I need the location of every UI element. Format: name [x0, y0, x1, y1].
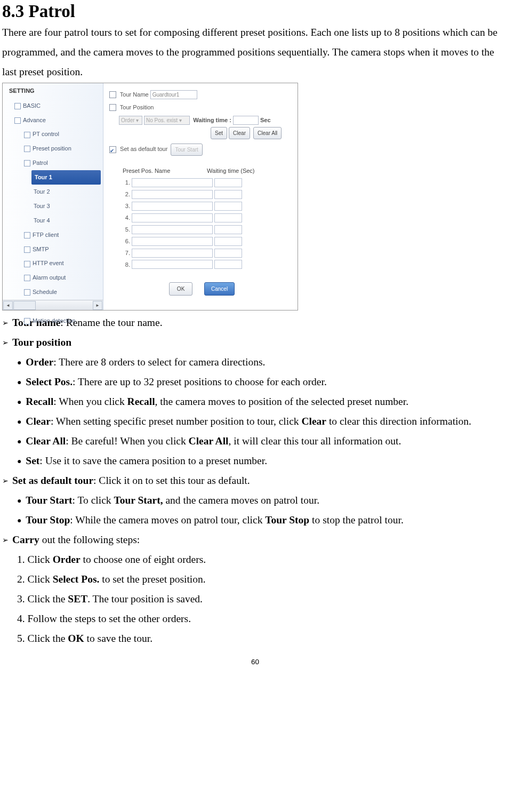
sidebar-item[interactable]: HTTP event — [3, 256, 103, 270]
scroll-left-arrow[interactable]: ◄ — [3, 301, 13, 310]
waiting-time-cell[interactable] — [214, 249, 242, 258]
sidebar-item[interactable]: Alarm output — [3, 270, 103, 285]
sidebar-item-label: BASIC — [23, 102, 41, 109]
folder-icon — [24, 275, 30, 281]
sidebar-item-label: Tour 3 — [34, 203, 50, 209]
tour-name-input[interactable]: Guardtour1 — [150, 90, 197, 99]
table-row: 1. — [123, 177, 294, 188]
default-tour-label: Set as default tour — [120, 146, 167, 153]
section-heading: 8.3 Patrol — [2, 1, 506, 22]
sidebar-item-label: Schedule — [33, 289, 57, 295]
sidebar-item[interactable]: BASIC — [3, 99, 103, 113]
settings-sidebar: SETTING BASICAdvancePT controlPreset pos… — [3, 83, 103, 310]
sidebar-item[interactable]: Tour 1 — [31, 170, 101, 185]
settings-form: Tour Name Guardtour1 Tour Position Order… — [109, 87, 294, 298]
preset-name-cell[interactable] — [132, 225, 213, 234]
folder-icon — [24, 246, 30, 253]
ok-button[interactable]: OK — [169, 282, 192, 296]
preset-name-cell[interactable] — [132, 202, 213, 211]
sidebar-item[interactable]: Tour 4 — [3, 213, 103, 228]
table-row: 2. — [123, 189, 294, 200]
tour-name-checkbox[interactable] — [109, 91, 116, 98]
preset-table: Preset Pos. Name Waiting time (Sec) 1.2.… — [123, 165, 294, 270]
sidebar-item-label: Advance — [23, 117, 46, 123]
tour-name-label: Tour Name — [120, 91, 149, 98]
waiting-time-cell[interactable] — [214, 260, 242, 269]
sidebar-item-label: Tour 1 — [35, 174, 52, 180]
sec-label: Sec — [260, 117, 271, 123]
waiting-time-cell[interactable] — [214, 225, 242, 234]
row-number: 8. — [123, 259, 130, 270]
row-number: 5. — [123, 224, 130, 235]
folder-icon — [14, 103, 21, 109]
folder-icon — [24, 261, 30, 267]
settings-screenshot: SETTING BASICAdvancePT controlPreset pos… — [2, 83, 298, 311]
sidebar-item[interactable]: FTP client — [3, 228, 103, 242]
sidebar-item-label: Motion detection — [33, 317, 76, 324]
intro-paragraph: There are four patrol tours to set for c… — [2, 22, 506, 82]
waiting-time-cell[interactable] — [214, 190, 242, 199]
table-row: 5. — [123, 224, 294, 235]
sidebar-item-label: Preset position — [33, 145, 71, 152]
waiting-time-cell[interactable] — [214, 213, 242, 222]
folder-icon — [24, 132, 30, 138]
col-header-wait: Waiting time (Sec) — [207, 168, 254, 174]
sidebar-item-label: FTP client — [33, 232, 59, 238]
sidebar-item[interactable]: Advance — [3, 113, 103, 128]
folder-icon — [24, 160, 30, 166]
tour-position-checkbox[interactable] — [109, 104, 116, 111]
sidebar-item-label: Tour 2 — [34, 188, 50, 195]
preset-name-cell[interactable] — [132, 190, 213, 199]
scroll-right-arrow[interactable]: ► — [93, 301, 102, 310]
row-number: 3. — [123, 201, 130, 212]
sidebar-item[interactable]: Preset position — [3, 141, 103, 156]
row-number: 1. — [123, 177, 130, 188]
sidebar-item-label: HTTP event — [33, 260, 64, 266]
table-row: 4. — [123, 212, 294, 224]
default-tour-checkbox[interactable] — [109, 146, 116, 153]
col-header-name: Preset Pos. Name — [123, 165, 205, 177]
table-row: 8. — [123, 259, 294, 270]
waiting-time-cell[interactable] — [214, 202, 242, 211]
sidebar-item-label: Tour 4 — [34, 217, 50, 224]
clear-button[interactable]: Clear — [229, 127, 250, 139]
preset-name-cell[interactable] — [132, 237, 213, 246]
cancel-button[interactable]: Cancel — [204, 282, 235, 296]
sidebar-item[interactable]: Patrol — [3, 156, 103, 170]
preset-name-cell[interactable] — [132, 178, 213, 187]
tour-position-label: Tour Position — [120, 104, 154, 110]
position-select[interactable]: No Pos. exist ▾ — [144, 116, 190, 125]
order-select[interactable]: Order ▾ — [119, 116, 142, 125]
horizontal-scrollbar[interactable]: ◄ ► — [3, 300, 103, 310]
sidebar-item-label: SMTP — [33, 246, 49, 252]
preset-name-cell[interactable] — [132, 249, 213, 258]
row-number: 7. — [123, 248, 130, 259]
preset-name-cell[interactable] — [132, 260, 213, 269]
row-number: 4. — [123, 212, 130, 224]
table-row: 3. — [123, 201, 294, 212]
clear-all-button[interactable]: Clear All — [253, 127, 282, 139]
row-number: 2. — [123, 189, 130, 200]
description-list: ➢ Tour name: Rename the tour name. ➢ Tou… — [2, 313, 506, 649]
set-button[interactable]: Set — [211, 127, 227, 139]
tour-start-button[interactable]: Tour Start — [171, 144, 202, 156]
sidebar-item[interactable]: Motion detection — [3, 314, 103, 328]
sidebar-item[interactable]: Tour 3 — [3, 199, 103, 213]
folder-icon — [24, 318, 30, 324]
preset-name-cell[interactable] — [132, 213, 213, 222]
row-number: 6. — [123, 236, 130, 247]
sidebar-item[interactable]: Tour 2 — [3, 185, 103, 199]
sidebar-item[interactable]: SMTP — [3, 242, 103, 257]
waiting-time-cell[interactable] — [214, 237, 242, 246]
table-row: 6. — [123, 236, 294, 247]
sidebar-item-label: PT control — [33, 131, 59, 137]
waiting-time-cell[interactable] — [214, 178, 242, 187]
sidebar-item[interactable]: PT control — [3, 127, 103, 141]
sidebar-item[interactable]: Schedule — [3, 285, 103, 299]
waiting-time-input[interactable] — [233, 116, 259, 125]
sidebar-item-label: Patrol — [33, 160, 48, 166]
scroll-thumb[interactable] — [13, 301, 36, 310]
table-row: 7. — [123, 248, 294, 259]
steps-list: 1. Click Order to choose one of eight or… — [2, 550, 506, 648]
folder-icon — [24, 146, 30, 152]
